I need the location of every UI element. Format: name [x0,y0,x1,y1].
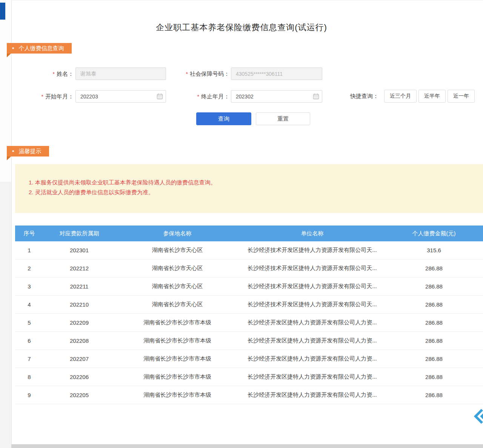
table-row: 3 202211 湖南省长沙市天心区 长沙经济技术开发区捷特人力资源开发有限公司… [15,278,483,296]
ssn-field[interactable] [231,68,322,80]
header-index: 序号 [15,230,43,237]
query-button[interactable]: 查询 [196,112,251,125]
cell-company: 长沙经济开发区捷特人力资源开发有限公司人力资... [240,319,385,326]
ssn-label: *社会保障号码： [170,71,229,78]
end-date-label: *终止年月： [182,93,229,100]
cell-index: 6 [15,338,43,344]
name-label: *姓名： [30,71,74,78]
page-title: 企业职工基本养老保险缴费信息查询(试运行) [0,22,483,33]
cell-place: 湖南省长沙市长沙市市本级 [115,391,240,399]
cell-company: 长沙经济技术开发区捷特人力资源开发有限公司天... [240,247,385,254]
cell-index: 9 [15,392,43,398]
cell-index: 4 [15,301,43,308]
cell-period: 202211 [43,283,115,290]
start-date-label: *开始年月： [26,93,74,100]
section-badge-tips: • 温馨提示 [7,146,49,156]
cell-company: 长沙经济开发区捷特人力资源开发有限公司人力资... [240,373,385,380]
collapse-chevron-icon[interactable] [472,408,483,425]
cell-period: 202206 [43,374,115,380]
table-row: 1 202301 湖南省长沙市天心区 长沙经济技术开发区捷特人力资源开发有限公司… [15,241,483,259]
cell-amount: 286.88 [385,301,483,308]
cell-company: 长沙经济开发区捷特人力资源开发有限公司人力资... [240,391,385,399]
cell-company: 长沙经济技术开发区捷特人力资源开发有限公司天... [240,265,385,272]
table-header-row: 序号 对应费款所属期 参保地名称 单位名称 个人缴费金额(元) [15,226,483,241]
cell-company: 长沙经济开发区捷特人力资源开发有限公司人力资... [240,337,385,344]
cell-index: 2 [15,265,43,272]
cell-period: 202301 [43,247,115,253]
table-row: 2 202212 湖南省长沙市天心区 长沙经济技术开发区捷特人力资源开发有限公司… [15,259,483,278]
cell-amount: 286.88 [385,283,483,290]
cell-period: 202212 [43,265,115,272]
cell-period: 202210 [43,301,115,308]
cell-company: 长沙经济技术开发区捷特人力资源开发有限公司天... [240,283,385,290]
quick-option-0[interactable]: 近三个月 [384,90,417,103]
start-date-field[interactable] [75,90,166,103]
reset-button[interactable]: 重置 [256,112,310,125]
quick-option-2[interactable]: 近一年 [448,90,475,103]
cell-amount: 315.6 [385,247,483,253]
cell-company: 长沙经济开发区捷特人力资源开发有限公司人力资... [240,355,385,362]
quick-query-label: 快捷查询： [350,93,378,100]
cell-period: 202208 [43,338,115,344]
badge-fold-decoration [7,54,11,57]
table-row: 4 202210 湖南省长沙市天心区 长沙经济技术开发区捷特人力资源开发有限公司… [15,296,483,314]
warning-line-2: 2. 灵活就业人员的缴费单位信息以实际缴费为准。 [29,187,483,197]
table-row: 6 202208 湖南省长沙市长沙市市本级 长沙经济开发区捷特人力资源开发有限公… [15,332,483,350]
cell-period: 202207 [43,356,115,362]
table-row: 9 202205 湖南省长沙市长沙市市本级 长沙经济开发区捷特人力资源开发有限公… [15,386,483,404]
table-row: 5 202209 湖南省长沙市长沙市市本级 长沙经济开发区捷特人力资源开发有限公… [15,314,483,332]
section-badge-label: 温馨提示 [19,148,42,155]
sidebar-collapsed-tab[interactable] [0,3,5,20]
end-date-field[interactable] [231,90,322,103]
section-badge-label: 个人缴费信息查询 [19,45,64,52]
cell-place: 湖南省长沙市长沙市市本级 [115,337,240,344]
cell-index: 1 [15,247,43,253]
bottom-scrollbar[interactable] [11,444,483,448]
cell-amount: 286.88 [385,265,483,272]
header-company: 单位名称 [240,230,385,237]
cell-place: 湖南省长沙市天心区 [115,247,240,254]
required-icon: * [186,71,188,77]
cell-amount: 286.88 [385,319,483,326]
cell-amount: 286.88 [385,392,483,398]
cell-place: 湖南省长沙市天心区 [115,265,240,272]
header-place: 参保地名称 [115,230,240,237]
header-amount: 个人缴费金额(元) [385,230,483,237]
cell-period: 202209 [43,319,115,326]
pension-query-page: 企业职工基本养老保险缴费信息查询(试运行) • 个人缴费信息查询 *姓名： *社… [0,0,483,448]
table-row: 8 202206 湖南省长沙市长沙市市本级 长沙经济开发区捷特人力资源开发有限公… [15,368,483,386]
quick-option-1[interactable]: 近半年 [418,90,446,103]
bullet-icon: • [12,148,14,154]
section-badge-personal-query: • 个人缴费信息查询 [7,43,72,54]
required-icon: * [53,71,55,77]
cell-amount: 286.88 [385,374,483,380]
bullet-icon: • [12,45,14,51]
cell-place: 湖南省长沙市长沙市市本级 [115,373,240,380]
warning-panel: 1. 本服务仅提供尚未领取企业职工基本养老保险待遇人员的缴费信息查询。 2. 灵… [15,164,483,213]
results-table: 序号 对应费款所属期 参保地名称 单位名称 个人缴费金额(元) 1 202301… [15,226,483,404]
table-row: 7 202207 湖南省长沙市长沙市市本级 长沙经济开发区捷特人力资源开发有限公… [15,350,483,368]
name-field[interactable] [75,68,166,80]
cell-place: 湖南省长沙市长沙市市本级 [115,355,240,362]
header-period: 对应费款所属期 [43,230,115,237]
cell-place: 湖南省长沙市天心区 [115,283,240,290]
cell-amount: 286.88 [385,338,483,344]
cell-place: 湖南省长沙市天心区 [115,301,240,308]
cell-period: 202205 [43,392,115,398]
cell-index: 5 [15,319,43,326]
cell-place: 湖南省长沙市长沙市市本级 [115,319,240,326]
badge-fold-decoration [7,156,11,160]
table-body: 1 202301 湖南省长沙市天心区 长沙经济技术开发区捷特人力资源开发有限公司… [15,241,483,404]
cell-index: 8 [15,374,43,380]
quick-query-buttons: 近三个月近半年近一年 [384,90,475,103]
cell-index: 7 [15,356,43,362]
cell-amount: 286.88 [385,356,483,362]
cell-index: 3 [15,283,43,290]
required-icon: * [197,94,199,100]
cell-company: 长沙经济技术开发区捷特人力资源开发有限公司天... [240,301,385,308]
warning-line-1: 1. 本服务仅提供尚未领取企业职工基本养老保险待遇人员的缴费信息查询。 [29,178,483,187]
required-icon: * [42,94,43,100]
